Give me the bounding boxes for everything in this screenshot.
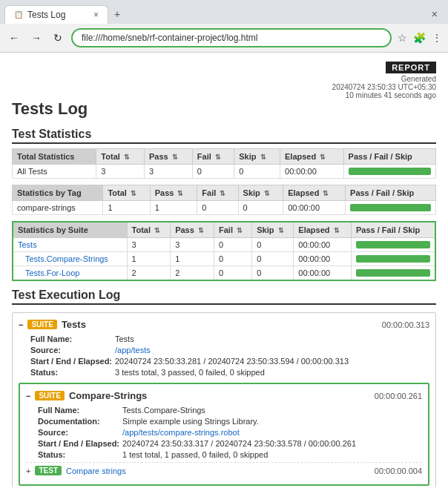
row-label: compare-strings (13, 201, 103, 215)
suite-name: Compare-Strings (69, 390, 147, 401)
suite-link[interactable]: Tests.For-Loop (25, 268, 79, 277)
row-fail: 0 (214, 252, 252, 266)
col-total: Total ⇅ (103, 185, 150, 201)
detail-value: 20240724 23:50:33.281 / 20240724 23:50:3… (115, 357, 349, 366)
new-tab-button[interactable]: + (108, 4, 126, 24)
tab-bar: 📋 Tests Log × + × (0, 0, 448, 24)
detail-label: Source: (26, 428, 122, 437)
col-total: Total ⇅ (127, 222, 171, 238)
forward-button[interactable]: → (28, 30, 45, 45)
row-label: Tests.For-Loop (13, 266, 127, 281)
col-pass: Pass ⇅ (144, 149, 192, 165)
row-label: Tests.Compare-Strings (13, 252, 127, 266)
tab-icon: 📋 (14, 10, 23, 19)
suite-link[interactable]: Tests.Compare-Strings (25, 254, 108, 263)
col-pass: Pass ⇅ (171, 222, 214, 238)
total-stats-header: Total Statistics (13, 149, 96, 165)
pass-bar (356, 241, 430, 248)
by-suite-table: Statistics by Suite Total ⇅ Pass ⇅ Fail … (12, 221, 436, 281)
col-passfail: Pass / Fail / Skip (351, 222, 435, 238)
detail-value: /app/tests (115, 346, 151, 355)
detail-label: Source: (19, 346, 115, 355)
detail-value: 20240724 23:50:33.317 / 20240724 23:50:3… (122, 439, 356, 448)
row-total: 3 (96, 165, 145, 179)
row-total: 2 (127, 266, 171, 281)
row-bar (351, 266, 435, 281)
detail-label: Start / End / Elapsed: (26, 439, 122, 448)
col-skip: Skip ⇅ (252, 222, 294, 238)
detail-source: Source: /app/tests/compare-strings.robot (26, 428, 422, 437)
detail-value: Simple example using Strings Library. (122, 417, 259, 426)
by-tag-table: Statistics by Tag Total ⇅ Pass ⇅ Fail ⇅ … (12, 185, 436, 215)
row-fail: 0 (214, 238, 252, 252)
row-skip: 0 (238, 201, 283, 215)
table-row: compare-strings 1 1 0 0 00:00:00 (13, 201, 436, 215)
detail-value: /app/tests/compare-strings.robot (122, 428, 240, 437)
elapsed-time: 00:00:00.261 (375, 392, 422, 400)
browser-menu-button[interactable]: ⋮ (432, 32, 442, 44)
detail-value: Tests (115, 334, 134, 343)
table-row: Tests 3 3 0 0 00:00:00 (13, 238, 435, 252)
suite-stats-header: Statistics by Suite (13, 222, 127, 238)
row-total: 1 (103, 201, 150, 215)
row-bar (346, 201, 436, 215)
row-elapsed: 00:00:00 (294, 238, 352, 252)
row-total: 1 (127, 252, 171, 266)
close-window-button[interactable]: × (426, 5, 444, 23)
report-badge: REPORT (386, 62, 436, 73)
row-elapsed: 00:00:00 (294, 252, 352, 266)
test-badge: TEST (35, 466, 62, 475)
table-row: Tests.Compare-Strings 1 1 0 0 00:00:00 (13, 252, 435, 266)
detail-label: Full Name: (19, 334, 115, 343)
suite-link[interactable]: Tests (18, 240, 37, 249)
status-value: 1 test total, 1 passed, 0 failed, 0 skip… (122, 450, 268, 459)
row-pass: 1 (150, 201, 197, 215)
statistics-section-title: Test Statistics (12, 128, 436, 144)
row-bar (343, 165, 435, 179)
browser-chrome: 📋 Tests Log × + × ← → ↻ ☆ 🧩 ⋮ (0, 0, 448, 53)
row-elapsed: 00:00:00 (280, 165, 344, 179)
row-pass: 2 (171, 266, 214, 281)
row-skip: 0 (252, 252, 294, 266)
bookmark-button[interactable]: ☆ (398, 32, 407, 44)
row-total: 3 (127, 238, 171, 252)
tab-label: Tests Log (27, 10, 65, 20)
source-link[interactable]: /app/tests (115, 346, 151, 355)
pass-bar (356, 269, 430, 277)
address-bar[interactable] (71, 28, 392, 47)
back-button[interactable]: ← (6, 30, 22, 45)
detail-fullname: Full Name: Tests (19, 334, 429, 343)
total-statistics-table: Total Statistics Total ⇅ Pass ⇅ Fail ⇅ S… (12, 148, 436, 179)
test-name-link[interactable]: Compare strings (66, 466, 126, 475)
pass-bar (356, 255, 430, 263)
collapse-button[interactable]: − (26, 392, 30, 400)
col-fail: Fail ⇅ (197, 185, 238, 201)
source-link[interactable]: /app/tests/compare-strings.robot (122, 428, 240, 437)
row-skip: 0 (234, 165, 280, 179)
collapse-button[interactable]: − (19, 320, 23, 329)
row-pass: 3 (144, 165, 192, 179)
table-row: Tests.For-Loop 2 2 0 0 00:00:00 (13, 266, 435, 281)
row-skip: 0 (252, 266, 294, 281)
row-bar (351, 252, 435, 266)
test-elapsed: 00:00:00.004 (375, 466, 422, 475)
tab-close-button[interactable]: × (93, 10, 99, 20)
active-tab[interactable]: 📋 Tests Log × (4, 5, 108, 24)
col-passfail: Pass / Fail / Skip (346, 185, 436, 201)
detail-label: Status: (19, 368, 115, 377)
col-elapsed: Elapsed ⇅ (280, 149, 344, 165)
col-passfail: Pass / Fail / Skip (343, 149, 435, 165)
col-fail: Fail ⇅ (214, 222, 252, 238)
row-pass: 3 (171, 238, 214, 252)
refresh-button[interactable]: ↻ (50, 30, 65, 45)
col-skip: Skip ⇅ (234, 149, 280, 165)
extensions-button[interactable]: 🧩 (413, 32, 426, 44)
detail-label: Start / End / Elapsed: (19, 357, 115, 366)
row-pass: 1 (171, 252, 214, 266)
page-title: Tests Log (12, 99, 436, 119)
pass-bar (349, 168, 431, 175)
expand-button[interactable]: + (26, 466, 30, 475)
page-content: REPORT Generated 20240724 23:50:33 UTC+0… (0, 53, 448, 487)
col-total: Total ⇅ (96, 149, 145, 165)
col-fail: Fail ⇅ (192, 149, 234, 165)
